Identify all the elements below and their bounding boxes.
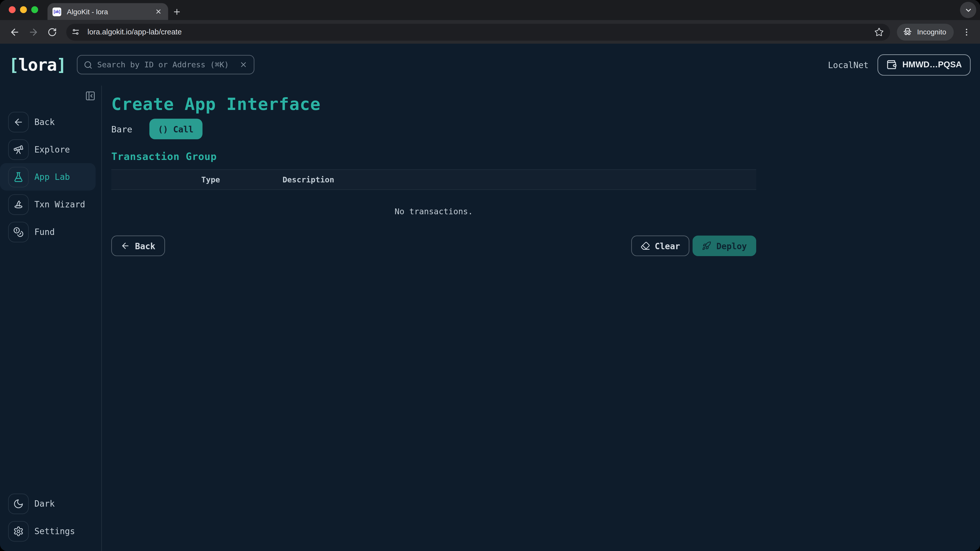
iconbox <box>8 139 29 160</box>
sidebar-item-label: Explore <box>35 144 70 154</box>
moon-icon <box>13 498 24 509</box>
browser-tab[interactable]: [ak] AlgoKit - lora <box>48 3 168 20</box>
table-header-row: Type Description <box>111 169 756 190</box>
address-bar[interactable]: lora.algokit.io/app-lab/create <box>66 24 891 40</box>
sidebar-item-explore[interactable]: Explore <box>0 135 101 163</box>
iconbox <box>8 167 29 187</box>
sidebar-item-label: Fund <box>35 227 55 237</box>
search-input[interactable]: Search by ID or Address (⌘K) <box>76 55 254 75</box>
iconbox <box>8 493 29 514</box>
url-text: lora.algokit.io/app-lab/create <box>88 27 870 36</box>
empty-table-message: No transactions. <box>111 190 756 216</box>
section-title: Transaction Group <box>111 151 756 162</box>
minimize-window-button[interactable] <box>20 6 27 13</box>
incognito-label: Incognito <box>917 28 946 35</box>
rocket-icon <box>702 241 711 251</box>
incognito-icon <box>903 27 913 37</box>
arrow-right-icon <box>28 27 38 37</box>
lora-logo[interactable]: [lora] <box>9 55 66 75</box>
search-placeholder: Search by ID or Address (⌘K) <box>97 60 234 69</box>
tune-icon <box>71 27 80 36</box>
iconbox <box>8 221 29 242</box>
network-label[interactable]: LocalNet <box>828 60 869 70</box>
sidebar-item-label: Txn Wizard <box>35 199 85 209</box>
arrow-left-icon <box>121 241 130 251</box>
search-icon <box>83 60 92 69</box>
lora-app: [lora] Search by ID or Address (⌘K) Loca… <box>0 44 980 551</box>
panel-left-close-icon <box>85 90 95 101</box>
clear-button[interactable]: Clear <box>631 235 689 256</box>
logo-bracket: [ <box>9 55 18 75</box>
actions-row: Back Clear Deploy <box>111 235 756 256</box>
iconbox <box>8 521 29 541</box>
browser-toolbar: lora.algokit.io/app-lab/create Incognito <box>0 20 980 44</box>
plus-icon <box>172 7 181 16</box>
column-header-description: Description <box>283 175 756 184</box>
sidebar-item-label: Dark <box>35 499 55 508</box>
wallet-address: HMWD…PQSA <box>902 60 962 69</box>
incognito-badge: Incognito <box>897 24 954 40</box>
tab-bare[interactable]: Bare <box>111 124 141 134</box>
sidebar: Back Explore App Lab <box>0 86 102 551</box>
tab-call[interactable]: () Call <box>149 119 202 139</box>
app-header: [lora] Search by ID or Address (⌘K) Loca… <box>0 44 980 86</box>
deploy-button[interactable]: Deploy <box>693 235 756 256</box>
back-button-label: Back <box>135 241 156 251</box>
transaction-group-table: Type Description No transactions. <box>111 169 756 216</box>
sidebar-item-theme-toggle[interactable]: Dark <box>0 490 101 517</box>
new-tab-button[interactable] <box>170 5 184 19</box>
site-info-button[interactable] <box>68 25 82 38</box>
sidebar-bottom: Dark Settings <box>0 490 101 551</box>
reload-icon <box>47 27 57 37</box>
tab-search-button[interactable] <box>960 2 977 18</box>
app-body: Back Explore App Lab <box>0 86 980 551</box>
column-header-type: Type <box>201 175 283 184</box>
wizard-hat-icon <box>13 199 24 210</box>
browser-window: [ak] AlgoKit - lora lora.algokit.io/a <box>0 0 980 551</box>
screen: [ak] AlgoKit - lora lora.algokit.io/a <box>0 0 980 551</box>
wallet-button[interactable]: HMWD…PQSA <box>877 54 971 75</box>
telescope-icon <box>13 144 24 155</box>
sidebar-item-back[interactable]: Back <box>0 108 101 136</box>
gear-icon <box>13 526 24 537</box>
sidebar-item-label: Back <box>35 117 55 127</box>
chevron-down-icon <box>964 6 972 14</box>
back-button[interactable]: Back <box>111 235 165 256</box>
clear-button-label: Clear <box>655 241 680 251</box>
sidebar-item-label: App Lab <box>35 171 70 182</box>
sidebar-item-settings[interactable]: Settings <box>0 517 101 545</box>
logo-text: lora <box>18 55 56 75</box>
tab-favicon: [ak] <box>52 7 61 16</box>
main-content: Create App Interface Bare () Call Transa… <box>102 86 980 551</box>
page-title: Create App Interface <box>111 94 756 115</box>
wallet-icon <box>886 59 897 70</box>
sidebar-item-app-lab[interactable]: App Lab <box>0 163 96 191</box>
tab-close-icon[interactable] <box>153 6 163 17</box>
sidebar-item-txn-wizard[interactable]: Txn Wizard <box>0 191 101 218</box>
sidebar-collapse-button[interactable] <box>84 89 96 102</box>
window-controls <box>9 6 38 13</box>
deploy-button-label: Deploy <box>716 241 747 251</box>
clear-search-icon[interactable] <box>239 61 247 69</box>
iconbox <box>8 111 29 132</box>
eraser-icon <box>640 241 650 251</box>
reload-button[interactable] <box>44 24 60 40</box>
logo-bracket: ] <box>56 55 66 75</box>
sidebar-item-fund[interactable]: Fund <box>0 218 101 246</box>
arrow-left-icon <box>13 117 24 127</box>
back-nav-button[interactable] <box>6 24 22 40</box>
close-window-button[interactable] <box>9 6 16 13</box>
tab-title: AlgoKit - lora <box>67 8 153 15</box>
arrow-left-icon <box>9 27 20 37</box>
flask-icon <box>13 171 24 182</box>
bookmark-star-icon[interactable] <box>875 27 884 37</box>
sidebar-collapse-row <box>0 89 101 104</box>
coins-icon <box>13 227 24 237</box>
forward-nav-button[interactable] <box>25 24 41 40</box>
sidebar-item-label: Settings <box>35 526 75 536</box>
iconbox <box>8 194 29 214</box>
maximize-window-button[interactable] <box>31 6 38 13</box>
browser-menu-button[interactable] <box>959 24 974 40</box>
tab-strip: [ak] AlgoKit - lora <box>0 0 980 20</box>
method-tabs: Bare () Call <box>111 119 756 139</box>
